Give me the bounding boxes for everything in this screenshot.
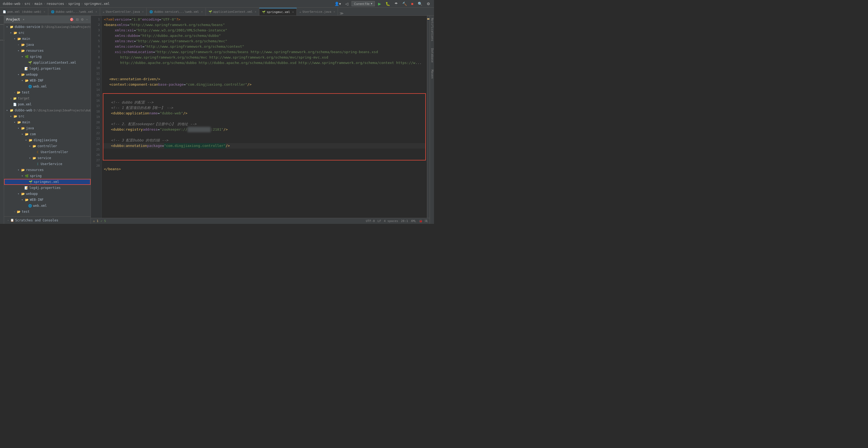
tab-appcontext[interactable]: 🌱 applicationContext.xml × <box>206 8 259 15</box>
tree-item-dubbo-service[interactable]: ▾ 📁 dubbo-service D:\DingJiaxiong\IdeaPr… <box>4 24 91 30</box>
tree-item-webapp2[interactable]: ▾ 📂 webapp <box>4 191 91 197</box>
interface-icon: I <box>35 162 40 166</box>
project-hide-btn[interactable]: − <box>86 18 88 22</box>
debug-button[interactable]: 🐛 <box>384 1 391 6</box>
status-indent[interactable]: 4 spaces <box>384 219 398 223</box>
tree-item-service[interactable]: ▾ 📂 service <box>4 155 91 161</box>
code-editor[interactable]: 1 2 3 4 5 6 7 8 9 10 11 12 13 14 15 16 1… <box>91 16 430 218</box>
coverage-button[interactable]: ☂ <box>393 1 399 6</box>
scratches-and-consoles[interactable]: › 📋 Scratches and Consoles <box>4 216 91 224</box>
tab-userservice[interactable]: ☕ UserService.java × <box>297 8 338 15</box>
tree-item-webapp1[interactable]: ▾ 📂 webapp <box>4 72 91 77</box>
status-ok: ✓ 5 <box>101 219 106 223</box>
tab-springmvc[interactable]: 🌱 springmvc.xml × <box>259 8 297 15</box>
resources-icon: 📂 <box>21 48 25 53</box>
code-line-5: xmlns:mvc="http://www.springframework.or… <box>102 38 427 44</box>
code-line-9: http://dubbo.apache.org/schema/dubbo htt… <box>102 60 427 66</box>
search-button[interactable]: 🔍 <box>416 1 424 6</box>
path-part-5: spring <box>68 2 80 6</box>
tree-item-main2[interactable]: ▾ 📂 main <box>4 119 91 125</box>
tree-item-webxml2[interactable]: 🌐 web.xml <box>4 203 91 209</box>
tab-usercontroller[interactable]: ☕ UserController.java × <box>100 8 147 15</box>
structure-toggle[interactable]: Structure <box>0 38 4 42</box>
status-lang[interactable]: XML <box>411 219 416 223</box>
tab-overflow-button[interactable]: ≫ <box>338 11 345 15</box>
settings-button[interactable]: ⚙ <box>426 1 431 6</box>
tree-item-test2[interactable]: › 📂 test <box>4 209 91 215</box>
src-icon-2: 📂 <box>13 114 18 118</box>
tree-item-test1[interactable]: › 📂 test <box>4 90 91 95</box>
code-line-14 <box>102 87 427 93</box>
code-line-20: <!-- 2. 配置zookeeper【注册中心】 的地址 --> <box>103 122 425 127</box>
tree-item-java1[interactable]: › 📂 java <box>4 42 91 48</box>
tree-item-pom1[interactable]: 📄 pom.xml <box>4 101 91 107</box>
code-line-16: <!-- dubbo 的配置 --> <box>103 100 425 105</box>
tree-item-src2[interactable]: ▾ 📂 src <box>4 113 91 119</box>
path-part-3: main <box>34 2 42 6</box>
tree-item-userservice[interactable]: I UserService <box>4 161 91 167</box>
maven-tab[interactable]: Maven <box>430 67 434 81</box>
current-file-button[interactable]: Current File ▾ <box>351 1 375 6</box>
test-icon: 📂 <box>17 90 21 95</box>
right-panel-tabs: Notifications Database Maven <box>430 16 434 224</box>
xml-icon-springmvc: 🌱 <box>29 180 33 184</box>
path-part-6: springmvc.xml <box>84 2 110 6</box>
code-line-7: xsi:schemaLocation="http://www.springfra… <box>102 49 427 55</box>
code-content[interactable]: <?xml version="1.0" encoding="UTF-8"?> <… <box>102 16 427 218</box>
tree-item-webinf1[interactable]: ▾ 📂 WEB-INF <box>4 77 91 83</box>
status-encoding[interactable]: UTF-8 <box>366 219 375 223</box>
status-bar-right: UTF-8 LF 4 spaces 28:1 XML 🐞 鴻 <box>366 219 428 223</box>
spring-folder-icon-2: 🌿 <box>25 174 29 178</box>
tree-item-log4j2[interactable]: 📝 log4j.properties <box>4 185 91 191</box>
project-collapse-btn[interactable]: ⊟ <box>75 18 79 22</box>
tab-web-xml-service[interactable]: 🌐 dubbo-service\...\web.xml × <box>147 8 206 15</box>
tree-item-spring1[interactable]: ▾ 🌿 spring <box>4 54 91 60</box>
path-part-4: resources <box>46 2 64 6</box>
tree-item-spring2[interactable]: ▾ 🌿 spring <box>4 173 91 179</box>
tree-item-resources2[interactable]: ▾ 📂 resources <box>4 167 91 173</box>
project-toggle[interactable]: Project <box>0 23 4 26</box>
tab-pom-web[interactable]: 📄 pom.xml (dubbo-web) × <box>0 8 48 15</box>
database-tab[interactable]: Database <box>430 46 434 65</box>
tree-item-usercontroller[interactable]: C UserController <box>4 149 91 155</box>
title-bar: dubbo-web › src › main › resources › spr… <box>0 0 434 8</box>
code-line-22 <box>103 132 425 138</box>
properties-icon-log4j2: 📝 <box>24 186 29 190</box>
run-button[interactable]: ▶ <box>377 1 382 6</box>
tree-item-dubbo-web[interactable]: ▾ 📁 dubbo-web D:\DingJiaxiong\IdeaProjec… <box>4 107 91 113</box>
tab-web-xml-web[interactable]: 🌐 dubbo-web\...\web.xml × <box>48 8 100 15</box>
project-locate-btn[interactable]: 🎯 <box>69 18 74 22</box>
folder-icon: 📁 <box>9 25 14 29</box>
folder-icon-com: 📂 <box>25 132 29 136</box>
tree-item-main1[interactable]: ▾ 📂 main <box>4 36 91 42</box>
tree-item-target1[interactable]: › 📁 target <box>4 95 91 101</box>
code-line-23: <!-- 3 配置Dubbo 的包扫描 --> <box>103 138 425 143</box>
profile-button[interactable]: 👤▾ <box>333 1 342 6</box>
project-panel: Project ▾ 🎯 ⊟ ⚙ − ▾ 📁 dubbo-service D:\D… <box>4 16 91 224</box>
tree-item-webxml1[interactable]: 🌐 web.xml <box>4 83 91 90</box>
build-button[interactable]: 🔨 <box>401 1 408 6</box>
back-button[interactable]: ◁ <box>344 1 349 6</box>
project-tree[interactable]: ▾ 📁 dubbo-service D:\DingJiaxiong\IdeaPr… <box>4 23 91 216</box>
status-line-ending[interactable]: LF <box>378 219 381 223</box>
tree-item-com[interactable]: ▾ 📂 com <box>4 131 91 137</box>
tree-item-log4j1[interactable]: 📝 log4j.properties <box>4 66 91 72</box>
code-line-2: <beans xmlns="http://www.springframework… <box>102 22 427 28</box>
code-line-13: <context:component-scan base-package="co… <box>102 82 427 87</box>
project-title: Project <box>6 18 20 22</box>
stop-button[interactable]: ■ <box>410 1 414 6</box>
tree-item-java2[interactable]: ▾ 📂 java <box>4 125 91 131</box>
tree-item-controller[interactable]: ▾ 📂 controller <box>4 143 91 149</box>
tree-item-webinf2[interactable]: ▾ 📂 WEB-INF <box>4 197 91 203</box>
properties-icon-log4j1: 📝 <box>24 66 29 71</box>
notifications-tab[interactable]: Notifications <box>430 16 434 43</box>
tree-item-dingjiaxiong[interactable]: ▾ 📂 dingjiaxiong <box>4 137 91 143</box>
project-settings-btn[interactable]: ⚙ <box>80 18 84 22</box>
tree-item-appctx[interactable]: 🌱 applicationContext.xml <box>4 60 91 66</box>
editor-scroll-gutter <box>427 16 430 218</box>
tree-item-resources1[interactable]: ▾ 📂 resources <box>4 48 91 54</box>
tree-item-src1[interactable]: ▾ 📂 src <box>4 30 91 36</box>
code-line-4: xmlns:dubbo="http://dubbo.apache.org/sch… <box>102 33 427 38</box>
tree-item-springmvc[interactable]: 🌱 springmvc.xml <box>4 179 91 185</box>
folder-icon-main: 📂 <box>17 37 22 41</box>
